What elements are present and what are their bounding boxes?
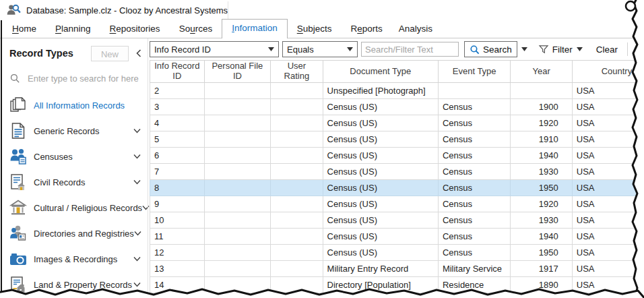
cell-document-type: Census (US): [323, 196, 438, 212]
filter-button-label: Filter: [552, 44, 573, 55]
sidebar-item-cultural-religious-records[interactable]: Cultural / Religious Records: [2, 195, 148, 220]
column-header-document-type[interactable]: Document Type: [323, 61, 438, 83]
cell-info-record-id: 2: [150, 83, 205, 99]
cell-year: 1930: [511, 164, 572, 180]
chevron-down-icon[interactable]: [133, 179, 141, 185]
column-header-user-rating[interactable]: User Rating: [271, 61, 323, 83]
sidebar-item-all-information-records[interactable]: All Information Records: [2, 92, 148, 118]
cell-year: 1900: [511, 99, 572, 115]
cell-personal-file-id: [204, 131, 271, 148]
new-record-type-button[interactable]: New: [91, 46, 129, 61]
table-row[interactable]: 13Military Entry RecordMilitary Service1…: [150, 261, 644, 277]
table-row[interactable]: 8Census (US)Census1950USA: [150, 180, 644, 196]
cell-document-type: Census (US): [323, 148, 438, 164]
cell-event-type: Census: [438, 115, 511, 131]
chevron-down-icon[interactable]: [134, 231, 141, 236]
search-options-caret-icon[interactable]: [517, 47, 532, 51]
cell-year: 1950: [511, 180, 572, 196]
cell-event-type: Census: [438, 180, 511, 196]
cell-document-type: Unspecified [Photograph]: [323, 83, 438, 99]
sidebar-item-civil-records[interactable]: Civil Records: [2, 169, 148, 195]
cell-user-rating: [271, 229, 323, 245]
table-row[interactable]: 3Census (US)Census1900USA: [150, 99, 644, 115]
menu-item-sources[interactable]: Sources: [178, 20, 214, 38]
chevron-down-icon[interactable]: [133, 282, 141, 287]
filter-operator-dropdown[interactable]: Equals: [282, 41, 358, 57]
column-header-year[interactable]: Year: [511, 61, 572, 83]
table-row[interactable]: 11Census (US)Census1940USA: [150, 229, 644, 245]
collapse-panel-icon[interactable]: [131, 46, 146, 61]
table-row[interactable]: 9Census (US)Census1920USA: [150, 196, 644, 212]
cell-info-record-id: 5: [150, 131, 205, 148]
record-type-search-input[interactable]: [26, 73, 143, 84]
window-title: Database: Sample.clz - Clooz by Ancestra…: [26, 5, 228, 16]
clooz-app-icon: [6, 3, 21, 18]
table-row[interactable]: 10Census (US)Census1930USA: [150, 212, 644, 229]
menu-item-reports[interactable]: Reports: [350, 20, 384, 38]
cell-info-record-id: 13: [150, 261, 205, 277]
filter-caret-icon: [573, 47, 587, 51]
cell-country: USA: [572, 115, 644, 131]
sidebar-item-label: Generic Records: [34, 126, 100, 136]
menu-item-repositories[interactable]: Repositories: [108, 20, 162, 38]
cell-personal-file-id: [204, 83, 271, 99]
sidebar-item-directories-and-registries[interactable]: Directories and Registries: [2, 220, 148, 246]
sidebar-item-label: Images & Recordings: [34, 254, 117, 264]
sidebar-item-generic-records[interactable]: Generic Records: [2, 118, 148, 144]
cell-year: 1917: [511, 261, 572, 277]
table-row[interactable]: 7Census (US)Census1930USA: [150, 164, 644, 180]
column-header-info-record-id[interactable]: Info Record ID: [150, 61, 205, 83]
toolbar-separator: [627, 42, 628, 56]
tab-information[interactable]: Information: [222, 19, 288, 38]
chevron-down-icon[interactable]: [133, 154, 141, 159]
cell-user-rating: [271, 277, 323, 293]
sidebar-item-label: All Information Records: [34, 100, 125, 111]
filter-operator-value: Equals: [287, 44, 343, 55]
cell-event-type: Census: [438, 212, 511, 229]
sidebar-item-land-property-records[interactable]: Land & Property Records: [2, 272, 148, 297]
column-header-country[interactable]: Country: [572, 61, 644, 83]
filter-button[interactable]: Filter: [538, 44, 587, 55]
filter-text-input[interactable]: [361, 42, 459, 57]
table-row[interactable]: 14Directory [Population]Residence1890USA: [150, 277, 644, 293]
filter-field-dropdown[interactable]: Info Record ID: [150, 41, 279, 57]
cell-event-type: Census: [438, 131, 511, 148]
table-row[interactable]: 5Census (US)Census1910USA: [150, 131, 644, 148]
table-row[interactable]: 12Census (US)Census1950USA: [150, 245, 644, 261]
screenshot-left-border: [1, 20, 2, 293]
show-columns-button[interactable]: Show Co: [636, 44, 644, 55]
caret-down-icon: [347, 47, 353, 51]
cell-year: 1930: [511, 212, 572, 229]
table-row[interactable]: 4Census (US)Census1920USA: [150, 115, 644, 131]
cell-personal-file-id: [204, 212, 271, 229]
cell-personal-file-id: [204, 245, 271, 261]
chevron-down-icon[interactable]: [133, 256, 141, 262]
cell-user-rating: [271, 261, 323, 277]
search-button[interactable]: Search: [464, 41, 517, 57]
menu-item-planning[interactable]: Planning: [54, 20, 92, 38]
sidebar-item-images-recordings[interactable]: Images & Recordings: [2, 246, 148, 272]
cell-user-rating: [271, 196, 323, 212]
cell-country: USA: [572, 277, 644, 293]
cell-user-rating: [271, 245, 323, 261]
camera-icon: [9, 249, 28, 268]
cell-info-record-id: 6: [150, 148, 205, 164]
sidebar-item-label: Cultural / Religious Records: [34, 203, 142, 213]
menu-item-home[interactable]: Home: [11, 20, 38, 38]
column-header-personal-file-id[interactable]: Personal File ID: [204, 61, 271, 83]
cell-document-type: Census (US): [323, 115, 438, 131]
cell-personal-file-id: [204, 164, 271, 180]
cell-user-rating: [271, 148, 323, 164]
table-row[interactable]: 6Census (US)Census1940USA: [150, 148, 644, 164]
records-table-wrap: Info Record IDPersonal File IDUser Ratin…: [150, 60, 644, 293]
menu-item-subjects[interactable]: Subjects: [296, 20, 333, 38]
chevron-down-icon[interactable]: [133, 128, 141, 133]
clear-button[interactable]: Clear: [596, 44, 618, 55]
menu-item-analysis[interactable]: Analysis: [397, 20, 434, 38]
cell-document-type: Census (US): [323, 180, 438, 196]
column-header-event-type[interactable]: Event Type: [438, 61, 511, 83]
table-row[interactable]: 2Unspecified [Photograph]USA: [150, 83, 644, 99]
chevron-down-icon[interactable]: [142, 205, 150, 210]
sidebar-item-censuses[interactable]: Censuses: [2, 144, 148, 169]
cell-info-record-id: 3: [150, 99, 205, 115]
